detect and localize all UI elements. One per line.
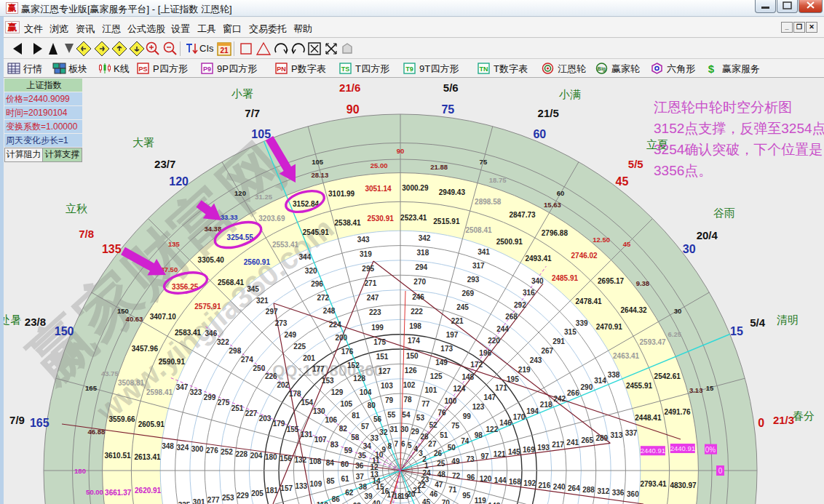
svg-text:172: 172 [470,361,483,369]
svg-text:131: 131 [301,431,313,439]
svg-text:157: 157 [280,484,293,492]
svg-text:100: 100 [445,397,457,405]
svg-text:177: 177 [312,365,325,373]
svg-text:3508.81: 3508.81 [118,379,145,387]
svg-text:180: 180 [265,453,277,461]
svg-text:275: 275 [218,399,230,407]
svg-text:324: 324 [177,444,189,452]
svg-text:21: 21 [220,47,229,55]
svg-text:2575.91: 2575.91 [194,303,221,311]
svg-text:152: 152 [347,361,360,369]
svg-text:321: 321 [256,297,269,305]
svg-text:3203.69: 3203.69 [258,215,285,223]
svg-text:174: 174 [408,337,420,345]
svg-text:176: 176 [341,348,354,356]
svg-text:大署: 大署 [132,136,154,148]
svg-text:75: 75 [451,422,460,430]
svg-text:340: 340 [531,277,544,285]
svg-text:320: 320 [305,267,317,275]
svg-text:2500.91: 2500.91 [496,238,523,246]
svg-text:15.63: 15.63 [544,201,561,209]
svg-text:33: 33 [371,434,379,442]
svg-text:47: 47 [435,481,443,489]
svg-text:105: 105 [251,128,271,140]
svg-text:43.75: 43.75 [101,369,119,377]
svg-text:146: 146 [499,419,512,427]
svg-text:289: 289 [595,434,608,442]
svg-text:3: 3 [419,449,423,457]
svg-text:315: 315 [564,328,577,336]
svg-text:52: 52 [429,421,438,429]
svg-text:3661.37: 3661.37 [105,489,132,497]
svg-text:102: 102 [403,381,416,389]
svg-text:170: 170 [513,413,526,421]
svg-text:266: 266 [567,389,579,397]
svg-text:180: 180 [74,467,86,475]
svg-text:2470.91: 2470.91 [596,323,623,331]
svg-text:3051.14: 3051.14 [365,185,392,193]
svg-text:313: 313 [611,431,623,439]
svg-text:205: 205 [251,489,264,497]
svg-text:192: 192 [523,479,536,487]
svg-text:2898.58: 2898.58 [475,198,502,206]
svg-text:150: 150 [117,307,129,315]
svg-text:2949.43: 2949.43 [439,188,466,196]
svg-text:336: 336 [612,489,625,497]
svg-text:2746.02: 2746.02 [571,252,598,260]
svg-text:224: 224 [329,321,341,329]
svg-text:274: 274 [241,356,253,364]
svg-text:2590.91: 2590.91 [159,358,186,366]
svg-text:154: 154 [301,399,313,407]
svg-text:2560.91: 2560.91 [244,258,271,266]
svg-text:319: 319 [360,250,372,258]
svg-text:T9: T9 [405,65,413,73]
svg-text:45: 45 [616,175,629,188]
svg-text:3407.10: 3407.10 [150,313,177,321]
svg-text:194: 194 [526,407,539,415]
svg-text:248: 248 [323,307,336,315]
svg-text:18.75: 18.75 [489,176,507,184]
svg-text:265: 265 [581,436,593,444]
svg-text:2793.41: 2793.41 [640,480,667,488]
svg-text:251: 251 [231,404,244,412]
svg-text:360: 360 [627,490,639,498]
svg-text:145: 145 [508,448,520,456]
svg-text:2542.61: 2542.61 [654,372,681,380]
svg-text:28.13: 28.13 [311,171,328,179]
svg-text:75: 75 [480,158,488,166]
svg-text:51: 51 [440,431,448,439]
svg-text:72: 72 [452,472,461,480]
svg-text:168: 168 [509,478,521,486]
svg-text:6.25: 6.25 [668,330,682,338]
svg-text:317: 317 [472,262,485,270]
svg-text:90: 90 [397,147,405,155]
svg-text:109: 109 [310,480,322,488]
svg-text:149: 149 [435,359,448,367]
svg-text:314: 314 [594,377,606,385]
svg-text:204: 204 [250,452,263,460]
svg-text:15: 15 [730,325,743,337]
svg-text:61: 61 [341,475,350,483]
svg-text:144: 144 [494,476,507,484]
svg-text:春分: 春分 [793,409,815,422]
svg-text:97: 97 [481,452,490,460]
svg-text:169: 169 [523,446,535,454]
svg-text:31.25: 31.25 [255,193,272,201]
svg-text:2796.88: 2796.88 [542,229,569,237]
svg-text:小署: 小署 [231,87,253,100]
svg-text:119: 119 [475,497,487,504]
svg-text:241: 241 [566,439,579,447]
svg-text:127: 127 [379,367,391,375]
svg-text:40.63: 40.63 [126,315,143,323]
svg-text:2593.47: 2593.47 [640,338,667,346]
svg-text:341: 341 [478,248,490,256]
svg-text:2440.91: 2440.91 [670,444,695,452]
svg-text:124: 124 [453,385,466,393]
svg-text:TN: TN [480,65,488,73]
svg-text:343: 343 [357,236,370,244]
svg-text:36: 36 [355,462,364,470]
svg-text:79: 79 [385,396,394,404]
svg-text:223: 223 [369,308,381,316]
svg-text:135: 135 [168,240,181,248]
svg-text:295: 295 [362,265,374,273]
